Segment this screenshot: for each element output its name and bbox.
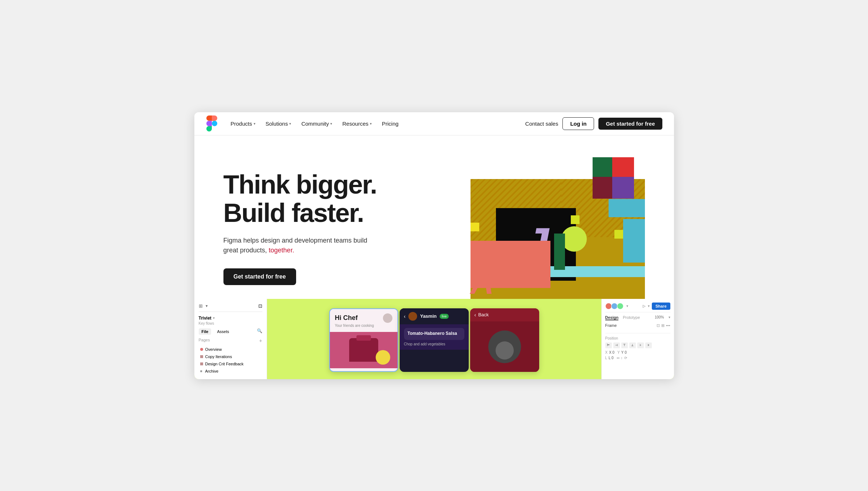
zoom-dropdown[interactable]: ▾ bbox=[669, 315, 670, 320]
page-item-copy[interactable]: Copy Iterations bbox=[199, 353, 262, 360]
get-started-hero-button[interactable]: Get started for free bbox=[223, 268, 296, 285]
align-bottom-button[interactable]: ⊧ bbox=[645, 342, 652, 348]
color-block-green bbox=[593, 157, 612, 177]
browser-window: Products ▾ Solutions ▾ Community ▾ Resou… bbox=[194, 112, 674, 379]
align-top-button[interactable]: ⊥ bbox=[629, 342, 636, 348]
color-block-green2 bbox=[554, 234, 565, 270]
chevron-down-icon: ▾ bbox=[370, 122, 372, 126]
align-center-button[interactable]: ⊣ bbox=[613, 342, 620, 348]
editor-right-panel: ▾ ▷ ▾ Share Design Prototype 100% ▾ bbox=[601, 299, 674, 379]
x-value[interactable]: X 0 bbox=[609, 350, 614, 354]
editor-pages-section: Pages + Overview Copy Iterations Design … bbox=[199, 338, 262, 375]
avatar-1 bbox=[605, 303, 612, 309]
cake-top bbox=[356, 335, 371, 341]
frame-options[interactable]: ⊡ bbox=[657, 323, 660, 328]
pages-header: Pages + bbox=[199, 338, 262, 344]
frame-row: Frame ⊡ ⊞ ••• bbox=[605, 323, 670, 328]
editor-file-tabs: File Assets 🔍 bbox=[199, 328, 262, 335]
hero-left: Think bigger. Build faster. Figma helps … bbox=[223, 157, 441, 299]
frame-section: Frame ⊡ ⊞ ••• bbox=[605, 323, 670, 333]
yasmin-name: Yasmin bbox=[420, 313, 437, 319]
artwork-letter-a: A bbox=[471, 266, 494, 299]
nav-item-community[interactable]: Community ▾ bbox=[297, 118, 336, 130]
logo[interactable] bbox=[206, 115, 218, 131]
color-block-teal bbox=[609, 199, 645, 217]
nav-item-resources[interactable]: Resources ▾ bbox=[338, 118, 376, 130]
project-name-row: Triviet ▾ bbox=[199, 316, 262, 321]
editor-mockup: ⊞ ▾ ⊡ Triviet ▾ Key flows File Assets 🔍 bbox=[194, 299, 674, 379]
constraint-icon3[interactable]: ⟳ bbox=[624, 356, 627, 360]
play-dropdown[interactable]: ▾ bbox=[648, 304, 650, 308]
back-arrow-icon[interactable]: ‹ bbox=[404, 313, 406, 319]
l-coord: L L 0 bbox=[605, 356, 614, 360]
key-flows-label: Key flows bbox=[199, 321, 262, 325]
project-dropdown-icon[interactable]: ▾ bbox=[213, 316, 215, 320]
live-badge: live bbox=[440, 314, 449, 319]
design-tabs: Design Prototype 100% ▾ bbox=[605, 315, 670, 320]
avatar-dropdown[interactable]: ▾ bbox=[626, 304, 628, 308]
y-value[interactable]: Y 0 bbox=[621, 350, 627, 354]
x-label: X bbox=[605, 350, 608, 354]
hero-artwork: J A bbox=[441, 157, 645, 299]
chef-header: Hi Chef Your friends are cooking bbox=[330, 309, 397, 332]
nav-links: Products ▾ Solutions ▾ Community ▾ Resou… bbox=[226, 118, 522, 130]
profile-content bbox=[470, 321, 539, 372]
cake-visual bbox=[349, 338, 378, 362]
page-item-overview[interactable]: Overview bbox=[199, 346, 262, 353]
chef-subtitle: Your friends are cooking bbox=[335, 324, 392, 328]
page-item-design-crit[interactable]: Design Crit Feedback bbox=[199, 360, 262, 368]
back-label: Back bbox=[478, 312, 489, 317]
yasmin-header: ‹ Yasmin live bbox=[400, 308, 469, 324]
color-block-red bbox=[612, 157, 634, 177]
constraint-icons: ⇔ ↕ ⟳ bbox=[617, 356, 627, 360]
contact-sales-link[interactable]: Contact sales bbox=[525, 121, 558, 127]
recipe-card: Tomato-Habanero Salsa bbox=[404, 328, 464, 340]
color-block-maroon bbox=[593, 177, 612, 199]
nav-item-pricing[interactable]: Pricing bbox=[378, 118, 403, 130]
bottom-section: ⊞ ▾ ⊡ Triviet ▾ Key flows File Assets 🔍 bbox=[194, 299, 674, 379]
tab-file[interactable]: File bbox=[199, 328, 211, 335]
color-block-lime2 bbox=[561, 226, 587, 252]
position-section: Position ⊢ ⊣ ⊤ ⊥ ⊦ ⊧ X X 0 bbox=[605, 336, 670, 360]
chef-greeting: Hi Chef bbox=[335, 314, 358, 322]
tab-prototype[interactable]: Prototype bbox=[623, 315, 640, 320]
l-position-row: L L 0 ⇔ ↕ ⟳ bbox=[605, 356, 670, 360]
constraint-icon1[interactable]: ⇔ bbox=[617, 356, 619, 360]
back-icon[interactable]: ‹ bbox=[475, 312, 476, 318]
app-card-chef: Hi Chef Your friends are cooking bbox=[329, 308, 398, 372]
nav-item-solutions[interactable]: Solutions ▾ bbox=[261, 118, 296, 130]
share-button[interactable]: Share bbox=[652, 303, 670, 310]
editor-canvas: Hi Chef Your friends are cooking bbox=[267, 299, 601, 379]
editor-toolbar-left: ⊞ ▾ bbox=[199, 303, 208, 309]
color-block-blue bbox=[623, 219, 645, 263]
align-middle-button[interactable]: ⊦ bbox=[637, 342, 644, 348]
project-name: Triviet bbox=[199, 316, 211, 321]
align-left-button[interactable]: ⊢ bbox=[605, 342, 612, 348]
x-coord: X X 0 bbox=[605, 350, 615, 354]
tab-design[interactable]: Design bbox=[605, 315, 619, 320]
avatar-3 bbox=[617, 303, 623, 309]
constraint-icon2[interactable]: ↕ bbox=[621, 356, 623, 360]
get-started-nav-button[interactable]: Get started for free bbox=[598, 118, 662, 130]
frame-more-icon[interactable]: ••• bbox=[666, 323, 670, 328]
y-coord: Y Y 0 bbox=[617, 350, 627, 354]
nav-item-products[interactable]: Products ▾ bbox=[226, 118, 260, 130]
add-page-button[interactable]: + bbox=[259, 338, 262, 344]
editor-toolbar: ⊞ ▾ ⊡ bbox=[199, 303, 262, 312]
hero-subtitle: Figma helps design and development teams… bbox=[223, 236, 376, 255]
collaborator-avatars: ▾ bbox=[605, 303, 628, 309]
tab-assets[interactable]: Assets bbox=[214, 328, 232, 335]
align-right-button[interactable]: ⊤ bbox=[621, 342, 628, 348]
layout-icon[interactable]: ⊡ bbox=[258, 303, 262, 309]
page-dot2 bbox=[200, 355, 203, 358]
login-button[interactable]: Log in bbox=[562, 117, 594, 130]
profile-header: ‹ Back bbox=[470, 308, 539, 321]
xy-position-row: X X 0 Y Y 0 bbox=[605, 350, 670, 354]
hero-section: Think bigger. Build faster. Figma helps … bbox=[194, 135, 674, 299]
l-label: L bbox=[605, 356, 607, 360]
search-icon[interactable]: 🔍 bbox=[257, 328, 262, 335]
play-icon[interactable]: ▷ bbox=[643, 304, 646, 308]
frame-copy-icon[interactable]: ⊞ bbox=[661, 323, 665, 328]
page-item-archive[interactable]: ■ Archive bbox=[199, 368, 262, 375]
l-value[interactable]: L 0 bbox=[609, 356, 614, 360]
